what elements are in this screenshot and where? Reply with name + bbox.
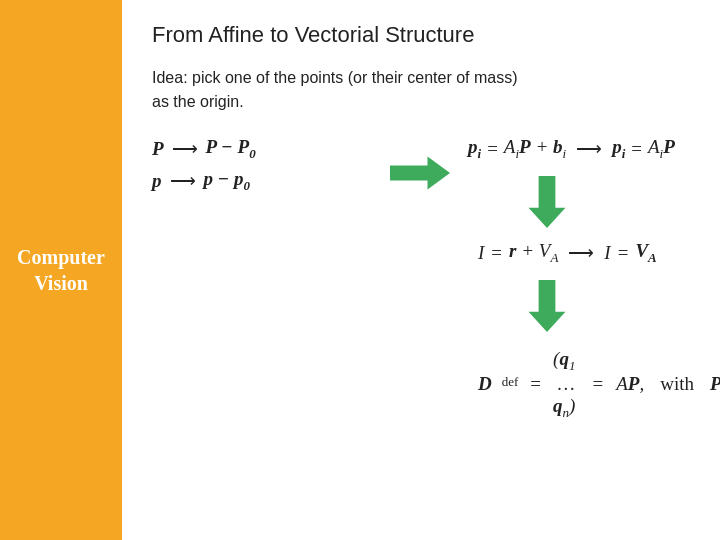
eq-pi-1: pi (468, 136, 481, 162)
idea-text: Idea: pick one of the points (or their c… (152, 66, 720, 114)
svg-marker-0 (390, 157, 450, 190)
sidebar: Computer Vision (0, 0, 122, 540)
eq-I-2: I (604, 242, 610, 264)
eq-equals-2: = (631, 138, 642, 160)
right-equations: pi = AiP + bi ⟶ pi = AiP I = r + VA ⟶ I (468, 136, 720, 421)
eq-row-pi-full: pi = AiP + bi ⟶ pi = AiP (468, 136, 675, 162)
eq-equals-5: = (530, 373, 541, 395)
eq-row-bottom: D def = (q1 … qn) = AP, with P def = (P1… (478, 348, 720, 422)
eq-P: P (152, 138, 164, 160)
svg-marker-1 (529, 176, 566, 228)
eq-rVA: r + VA (509, 240, 558, 266)
eq-equals-1: = (487, 138, 498, 160)
arrow-sym-3: ⟶ (576, 138, 602, 160)
eq-P-P0: P − P0 (206, 136, 256, 162)
eq-VA: VA (635, 240, 656, 266)
eq-D-rhs: (q1 … qn) (553, 348, 579, 422)
eq-D: D (478, 373, 492, 395)
big-right-arrow-wrapper (372, 136, 468, 192)
eq-AP: AP, (616, 373, 644, 395)
left-equations: P ⟶ P − P0 p ⟶ p − p0 (152, 136, 372, 200)
down-arrow-1-icon (528, 176, 566, 228)
svg-marker-2 (529, 280, 566, 332)
eq-equals-3: = (491, 242, 502, 264)
main-content: From Affine to Vectorial Structure Idea:… (122, 0, 720, 540)
eq-AiPbi: AiP + bi (504, 136, 566, 162)
arrow-sym-4: ⟶ (568, 242, 594, 264)
big-right-arrow-icon (390, 154, 450, 192)
arrow-sym-2: ⟶ (170, 170, 196, 192)
eq-row-I-full: I = r + VA ⟶ I = VA (478, 240, 657, 266)
page-title: From Affine to Vectorial Structure (152, 22, 720, 48)
eq-with: with (660, 373, 694, 395)
eq-P-script: P (710, 373, 720, 395)
eq-row-P: P ⟶ P − P0 (152, 136, 256, 162)
eq-equals-4: = (618, 242, 629, 264)
down-arrow-1-wrapper (528, 170, 566, 238)
eq-pi-2: pi (612, 136, 625, 162)
eq-p-p0: p − p0 (204, 168, 251, 194)
eq-row-p: p ⟶ p − p0 (152, 168, 250, 194)
eq-equals-6: = (592, 373, 603, 395)
arrow-sym-1: ⟶ (172, 138, 198, 160)
down-arrow-2-wrapper (528, 274, 566, 342)
eq-def-1: def (502, 374, 519, 390)
down-arrow-2-icon (528, 280, 566, 332)
sidebar-title: Computer Vision (10, 244, 112, 296)
eq-p: p (152, 170, 162, 192)
eq-I-1: I (478, 242, 484, 264)
equations-layout: P ⟶ P − P0 p ⟶ p − p0 pi = AiP + bi ⟶ (152, 136, 720, 421)
eq-AiP: AiP (648, 136, 675, 162)
